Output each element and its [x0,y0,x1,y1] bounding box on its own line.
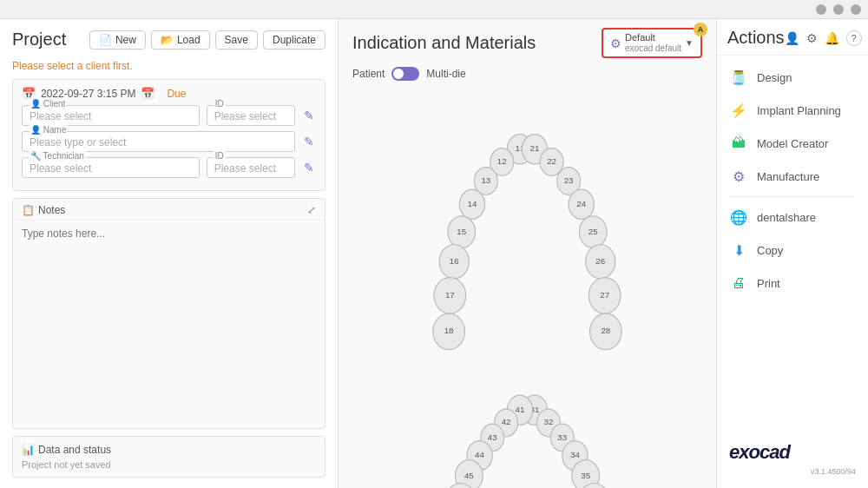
tooth-26[interactable]: 26 [586,245,615,279]
version-text: v3.1.4500/94 [717,467,868,479]
design-icon: 🫙 [729,68,748,87]
name-row: 👤 Name Please type or select ✎ [22,131,316,152]
profile-badge: A [694,23,707,36]
settings-icon-button[interactable]: ⚙ [806,31,818,45]
patient-toggle[interactable] [391,67,419,81]
tech-id-field: ID Please select [207,157,295,178]
svg-point-28 [589,278,621,314]
svg-point-26 [586,245,615,279]
technician-row: 🔧 Technician Please select ID Please sel… [22,157,316,178]
client-icon: 👤 [30,99,41,109]
tooth-14[interactable]: 14 [459,189,484,219]
manufacture-label: Manufacture [757,170,819,183]
client-field: 👤 Client Please select [22,105,200,126]
tooth-chart-container: .tooth { fill: #e8e8e8; stroke: #bbb; st… [352,88,702,488]
client-row: 👤 Client Please select ID Please select … [22,105,316,126]
date-value: 2022-09-27 3:15 PM [41,88,135,100]
notes-icon: 📋 [22,204,35,216]
close-button[interactable] [851,4,861,15]
maximize-button[interactable] [833,4,844,15]
middle-panel: Indication and Materials ⚙ Default exoca… [339,19,716,488]
right-icon-group: 👤 ⚙ 🔔 ? [785,30,862,46]
svg-point-30 [590,313,622,350]
tooth-18[interactable]: 18 [433,313,465,350]
multi-die-label: Multi-die [426,68,465,80]
model-icon: 🏔 [729,134,748,153]
id-label: ID [214,99,226,109]
minimize-button[interactable] [816,4,826,15]
model-label: Model Creator [757,137,828,150]
copy-label: Copy [757,244,783,257]
client-edit-button[interactable]: ✎ [302,105,316,126]
tooth-25[interactable]: 25 [579,216,607,248]
tooth-27[interactable]: 27 [589,278,621,314]
tooth-chart: .tooth { fill: #e8e8e8; stroke: #bbb; st… [352,88,702,488]
right-header: Actions 👤 ⚙ 🔔 ? [717,28,868,56]
tooth-15[interactable]: 15 [448,216,476,248]
calendar-icon: 📅 [22,87,36,100]
tech-edit-button[interactable]: ✎ [302,157,316,178]
data-status: Project not yet saved [22,459,316,470]
due-label: Due [167,88,186,100]
left-panel: Project 📄 New 📂 Load Save Duplicate Plea… [0,19,339,488]
help-icon-button[interactable]: ? [846,30,862,46]
client-label: 👤 Client [29,99,67,109]
user-icon-button[interactable]: 👤 [785,31,799,45]
save-button[interactable]: Save [215,30,258,49]
due-calendar-icon: 📅 [141,87,155,100]
tech-field: 🔧 Technician Please select [22,157,200,178]
tooth-17[interactable]: 17 [434,278,466,314]
tech-icon: 🔧 [30,151,41,161]
copy-icon: ⬇ [729,241,748,260]
print-label: Print [757,277,780,290]
data-title: 📊 Data and status [22,444,316,456]
action-item-implant[interactable]: ⚡ Implant Planning [717,94,868,127]
notes-header: 📋 Notes ⤢ [13,199,325,221]
duplicate-button[interactable]: Duplicate [263,30,326,49]
exocad-logo: exocad [717,432,868,467]
new-button[interactable]: 📄 New [89,30,146,49]
name-field: 👤 Name Please type or select [22,131,295,152]
tooth-24[interactable]: 24 [569,189,594,219]
profile-name: Default [625,32,681,43]
dropdown-arrow-icon: ▼ [685,38,694,48]
section-header: Indication and Materials ⚙ Default exoca… [352,28,702,58]
manufacture-icon: ⚙ [729,167,748,186]
load-icon: 📂 [161,34,174,46]
profile-gear-icon: ⚙ [610,36,621,50]
action-item-model[interactable]: 🏔 Model Creator [717,127,868,160]
implant-icon: ⚡ [729,101,748,120]
action-item-copy[interactable]: ⬇ Copy [717,234,868,267]
name-edit-button[interactable]: ✎ [302,131,316,152]
project-toolbar: 📄 New 📂 Load Save Duplicate [89,30,326,49]
notes-title: 📋 Notes [22,204,65,216]
dentalshare-icon: 🌐 [729,208,748,227]
svg-point-14 [433,313,465,350]
action-item-manufacture[interactable]: ⚙ Manufacture [717,160,868,193]
load-button[interactable]: 📂 Load [151,30,210,49]
date-section: 📅 2022-09-27 3:15 PM 📅 Due 👤 Client Plea… [12,79,326,191]
action-item-print[interactable]: 🖨 Print [717,267,868,300]
patient-bar: Patient Multi-die [352,67,702,81]
dentalshare-label: dentalshare [757,211,816,224]
notes-expand-button[interactable]: ⤢ [307,204,316,216]
titlebar [0,0,868,19]
action-item-design[interactable]: 🫙 Design [717,61,868,94]
action-item-dentalshare[interactable]: 🌐 dentalshare [717,201,868,234]
patient-label: Patient [352,68,385,80]
profile-dropdown[interactable]: ⚙ Default exocad default ▼ A [602,28,702,58]
svg-point-24 [579,216,607,248]
implant-label: Implant Planning [757,104,841,117]
bell-icon-button[interactable]: 🔔 [825,31,839,45]
action-items-list: 🫙 Design ⚡ Implant Planning 🏔 Model Crea… [717,56,868,432]
actions-title: Actions [727,28,785,48]
data-icon: 📊 [22,444,35,456]
tooth-28[interactable]: 28 [590,313,622,350]
section-title: Indication and Materials [352,33,536,53]
id-field: ID Please select [207,105,295,126]
notes-textarea[interactable] [13,221,325,428]
design-label: Design [757,71,792,84]
profile-text: Default exocad default [625,32,681,54]
right-panel: Actions 👤 ⚙ 🔔 ? 🫙 Design ⚡ Implant Plann… [716,19,868,488]
tooth-16[interactable]: 16 [439,245,469,279]
